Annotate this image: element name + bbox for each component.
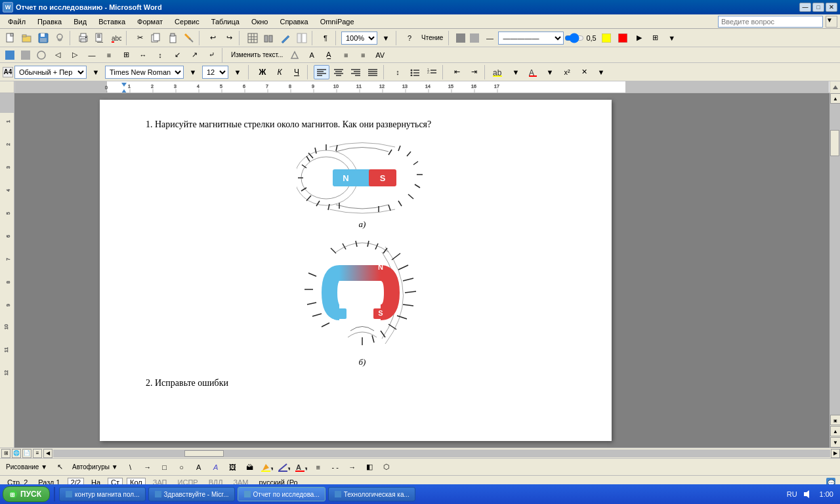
draw-ctx-6[interactable]: — [84,48,100,62]
font-color-button[interactable]: A [525,65,541,79]
rect-tool-button[interactable]: □ [157,460,173,474]
highlight-dropdown[interactable]: ▼ [508,65,524,79]
start-button[interactable]: ⊞ ПУСК [3,486,50,502]
align-center-button[interactable] [331,65,346,79]
extra-btn-1[interactable] [454,31,467,45]
increase-indent-button[interactable]: ⇥ [466,65,482,79]
undo-button[interactable]: ↩ [205,31,220,45]
minimize-button[interactable]: — [799,3,811,12]
open-button[interactable] [19,31,35,45]
size-combo[interactable]: 12 [202,66,228,79]
clip-art-button[interactable]: 🖼 [225,460,241,474]
print-button[interactable] [75,31,91,45]
h-scroll-thumb[interactable] [184,450,224,457]
scroll-prev-button[interactable]: ▲ [830,426,840,436]
help-button[interactable]: ? [402,31,417,45]
taskbar-item-0[interactable]: контур магнита пол... [59,487,145,501]
font-combo[interactable]: Times New Roman [105,66,184,79]
extra-btn-3[interactable]: — [482,31,497,45]
extra-btn-2[interactable] [468,31,481,45]
menu-service[interactable]: Сервис [169,16,205,27]
draw-ctx-13[interactable]: ⤶ [203,48,219,62]
paste-button[interactable] [165,31,180,45]
draw-ctx-8[interactable]: ⊞ [118,48,134,62]
superscript-button[interactable]: x² [559,65,575,79]
style-combo[interactable]: Обычный + Пер [14,66,87,79]
font-color-draw-btn[interactable]: A▼ [293,460,309,474]
draw-ctx-9[interactable]: ↔ [135,48,151,62]
bold-button[interactable]: Ж [255,65,270,79]
preview-button[interactable] [92,31,108,45]
color-btn-1[interactable] [598,31,614,45]
close-toolbar-button[interactable]: ✕ [576,65,592,79]
menu-help[interactable]: Справка [274,16,313,27]
format-brush-button[interactable] [181,31,197,45]
line-thickness-combo[interactable]: ————— [498,32,564,45]
draw-ctx-12[interactable]: ↗ [186,48,202,62]
line-style-btn[interactable]: ≡ [310,460,326,474]
vertical-scrollbar[interactable]: ▲ ▣ ▲ ▼ [830,93,840,448]
color-btn-2[interactable] [615,31,631,45]
draw-ctx-10[interactable]: ↕ [152,48,168,62]
3d-btn[interactable]: ⬡ [379,460,394,474]
scroll-thumb[interactable] [830,130,839,156]
wordart-button[interactable]: A [208,460,224,474]
justify-button[interactable] [365,65,381,79]
draw-ctx-7[interactable]: ≡ [101,48,117,62]
save-button[interactable] [35,31,51,45]
size-dropdown[interactable]: ▼ [230,65,245,79]
scroll-select-all-button[interactable]: ▣ [830,415,840,425]
draw-ctx-3[interactable] [34,48,49,62]
fill-color-btn[interactable]: ▼ [259,460,275,474]
read-mode-button[interactable]: Чтение [418,31,446,45]
h-scroll-top-right[interactable] [830,81,840,93]
search-dropdown-button[interactable]: ▼ [826,16,837,28]
dash-style-btn[interactable]: - - [327,460,343,474]
menu-file[interactable]: Файл [3,16,31,27]
edit-text-btn[interactable]: Изменить текст... [228,48,285,62]
draw-ctx-16[interactable]: A̲ [321,48,337,62]
maximize-button[interactable]: □ [812,3,824,12]
decrease-indent-button[interactable]: ⇤ [449,65,465,79]
table-button[interactable] [245,31,261,45]
highlight-button[interactable]: ab [491,65,507,79]
style-dropdown[interactable]: ▼ [88,65,104,79]
h-scroll-left-button[interactable]: ◀ [43,449,52,458]
menu-format[interactable]: Формат [132,16,168,27]
arrow-tool-button[interactable]: → [140,460,156,474]
web-view-button[interactable]: 🌐 [12,449,21,458]
arrow-style-btn[interactable]: → [345,460,360,474]
spellcheck-button[interactable]: abc [108,31,124,45]
draw-ctx-1[interactable] [3,48,17,62]
align-right-button[interactable] [348,65,364,79]
scroll-next-button[interactable]: ▼ [830,437,840,448]
search-input[interactable] [718,16,823,28]
numbering-button[interactable]: 1.2. [424,65,440,79]
outline-view-button[interactable]: ≡ [33,449,42,458]
draw-ctx-14[interactable] [287,48,303,62]
taskbar-item-3[interactable]: Технологическая ка... [328,487,415,501]
autoshapes-button[interactable]: Автофигуры ▼ [69,460,121,474]
menu-view[interactable]: Вид [68,16,92,27]
bullets-button[interactable] [407,65,423,79]
menu-table[interactable]: Таблица [206,16,245,27]
draw-select-button[interactable]: ↖ [52,460,68,474]
menu-insert[interactable]: Вставка [93,16,131,27]
docmap-button[interactable] [294,31,310,45]
draw-ctx-4[interactable]: ◁ [50,48,66,62]
draw-ctx-2[interactable] [18,48,33,62]
scroll-up-button[interactable]: ▲ [830,93,840,104]
line-spacing-button[interactable]: ↕ [390,65,406,79]
textbox-button[interactable]: A [191,460,207,474]
permission-button[interactable] [52,31,68,45]
zoom-dropdown-button[interactable]: ▼ [378,31,394,45]
underline-button[interactable]: Ч [289,65,304,79]
shadow-btn[interactable]: ◧ [362,460,377,474]
new-button[interactable] [3,31,18,45]
draw-ctx-19[interactable]: AV [372,48,388,62]
redo-button[interactable]: ↪ [221,31,237,45]
draw-ctx-11[interactable]: ↙ [169,48,185,62]
close-button[interactable]: ✕ [826,3,837,12]
arrow-btn[interactable]: ▶ [631,31,647,45]
drawing-button[interactable] [278,31,293,45]
